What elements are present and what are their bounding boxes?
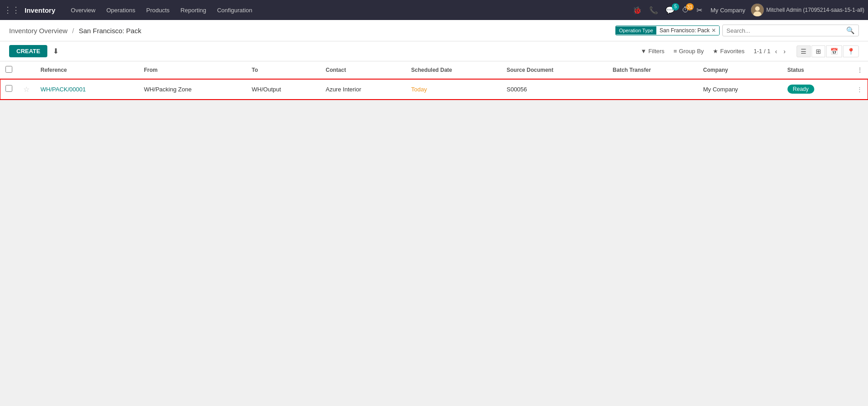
select-all-checkbox[interactable]: [5, 66, 12, 73]
filter-type-label: Operation Type: [616, 26, 656, 35]
header-checkbox-col: [0, 61, 18, 79]
breadcrumb-separator: /: [72, 27, 74, 35]
scissors-icon[interactable]: ✂: [694, 4, 705, 16]
row-status-cell: Ready: [782, 79, 851, 100]
bug-icon[interactable]: 🐞: [630, 4, 645, 16]
map-view-button[interactable]: 📍: [843, 45, 859, 57]
header-to: To: [246, 61, 320, 79]
header-status: Status: [782, 61, 851, 79]
download-button[interactable]: ⬇: [50, 45, 61, 57]
row-contact-cell: Azure Interior: [320, 79, 406, 100]
header-batch-transfer: Batch Transfer: [607, 61, 698, 79]
calendar-view-button[interactable]: 📅: [826, 45, 842, 57]
favorite-star-icon[interactable]: ☆: [23, 85, 30, 93]
top-navigation: ⋮⋮ Inventory Overview Operations Product…: [0, 0, 868, 20]
pagination-text: 1-1 / 1: [754, 48, 771, 55]
nav-products[interactable]: Products: [142, 5, 174, 15]
search-input[interactable]: [726, 27, 846, 34]
header-from: From: [138, 61, 246, 79]
messages-icon[interactable]: 💬 5: [663, 4, 677, 16]
row-to-cell: WH/Output: [246, 79, 320, 100]
status-badge: Ready: [787, 85, 814, 94]
filter-remove-icon[interactable]: ✕: [711, 27, 716, 34]
app-name[interactable]: Inventory: [25, 6, 56, 14]
header-contact: Contact: [320, 61, 406, 79]
content-area: [0, 100, 868, 372]
activity-badge: 31: [686, 3, 694, 10]
user-name: Mitchell Admin (17095214-saas-15-1-all): [766, 7, 864, 13]
nav-configuration[interactable]: Configuration: [213, 5, 257, 15]
search-icon[interactable]: 🔍: [846, 26, 855, 35]
row-more-cell[interactable]: ⋮: [851, 79, 868, 100]
activity-icon[interactable]: ⏱ 31: [679, 4, 692, 16]
user-avatar[interactable]: [751, 4, 764, 16]
row-company-cell: My Company: [698, 79, 782, 100]
toolbar-right: ▼ Filters ≡ Group By ★ Favorites 1-1 / 1…: [637, 45, 859, 57]
svg-point-1: [755, 6, 760, 11]
filter-value: San Francisco: Pack ✕: [656, 26, 719, 35]
table-container: Reference From To Contact Scheduled Date…: [0, 61, 868, 100]
row-checkbox-cell: [0, 79, 18, 100]
messages-badge: 5: [672, 3, 679, 10]
pagination: 1-1 / 1 ‹ ›: [754, 47, 787, 56]
scheduled-date-value: Today: [411, 86, 427, 93]
list-view-button[interactable]: ☰: [797, 45, 811, 57]
header-source-document: Source Document: [501, 61, 607, 79]
page-header: Inventory Overview / San Francisco: Pack…: [0, 20, 868, 41]
create-button[interactable]: CREATE: [9, 45, 47, 57]
row-checkbox[interactable]: [5, 85, 12, 92]
reference-link[interactable]: WH/PACK/00001: [41, 86, 86, 93]
header-star-col: [18, 61, 35, 79]
group-by-icon: ≡: [674, 48, 677, 55]
search-filter-tag: Operation Type San Francisco: Pack ✕: [615, 25, 720, 35]
company-name[interactable]: My Company: [711, 7, 746, 14]
view-toggle: ☰ ⊞ 📅 📍: [797, 45, 859, 57]
group-by-button[interactable]: ≡ Group By: [670, 46, 708, 56]
row-reference-cell[interactable]: WH/PACK/00001: [35, 79, 138, 100]
toolbar: CREATE ⬇ ▼ Filters ≡ Group By ★ Favorite…: [0, 41, 868, 61]
star-favorites-icon: ★: [713, 48, 718, 55]
nav-operations[interactable]: Operations: [102, 5, 140, 15]
transfers-table: Reference From To Contact Scheduled Date…: [0, 61, 868, 100]
row-from-cell: WH/Packing Zone: [138, 79, 246, 100]
filters-button[interactable]: ▼ Filters: [637, 46, 668, 56]
nav-reporting[interactable]: Reporting: [176, 5, 211, 15]
user-info[interactable]: Mitchell Admin (17095214-saas-15-1-all): [751, 4, 864, 16]
row-star-cell: ☆: [18, 79, 35, 100]
breadcrumb: Inventory Overview / San Francisco: Pack: [9, 27, 141, 35]
header-more-col: ⋮: [851, 61, 868, 79]
next-page-button[interactable]: ›: [782, 47, 787, 56]
app-grid-icon[interactable]: ⋮⋮: [4, 5, 20, 15]
row-scheduled-date-cell: Today: [406, 79, 501, 100]
header-scheduled-date: Scheduled Date: [406, 61, 501, 79]
row-source-document-cell: S00056: [501, 79, 607, 100]
nav-overview[interactable]: Overview: [66, 5, 100, 15]
search-input-box: 🔍: [722, 25, 859, 36]
search-area: Operation Type San Francisco: Pack ✕ 🔍: [615, 25, 859, 36]
favorites-button[interactable]: ★ Favorites: [709, 46, 748, 56]
filter-funnel-icon: ▼: [641, 48, 647, 55]
table-row[interactable]: ☆ WH/PACK/00001 WH/Packing Zone WH/Outpu…: [0, 79, 868, 100]
breadcrumb-parent[interactable]: Inventory Overview: [9, 27, 67, 35]
kanban-view-button[interactable]: ⊞: [812, 45, 825, 57]
header-company: Company: [698, 61, 782, 79]
phone-icon[interactable]: 📞: [646, 4, 661, 16]
table-header-row: Reference From To Contact Scheduled Date…: [0, 61, 868, 79]
row-batch-transfer-cell: [607, 79, 698, 100]
prev-page-button[interactable]: ‹: [773, 47, 779, 56]
breadcrumb-current: San Francisco: Pack: [79, 27, 142, 35]
header-reference: Reference: [35, 61, 138, 79]
